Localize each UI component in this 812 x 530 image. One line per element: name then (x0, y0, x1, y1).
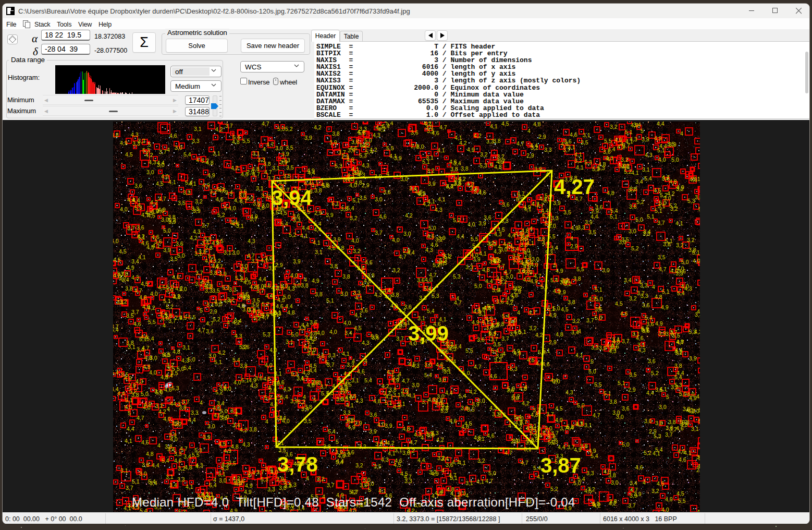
svg-text:3,2: 3,2 (676, 242, 684, 248)
svg-text:3,2: 3,2 (317, 476, 325, 482)
svg-text:4: 4 (652, 284, 655, 290)
svg-text:2,9: 2,9 (362, 182, 370, 188)
svg-text:3,0: 3,0 (309, 346, 316, 353)
svg-text:3,1: 3,1 (195, 281, 203, 287)
svg-text:4,4: 4,4 (127, 197, 135, 203)
svg-text:3,3: 3,3 (328, 352, 336, 358)
svg-text:5,5: 5,5 (465, 347, 473, 354)
svg-text:4,8: 4,8 (231, 443, 239, 450)
svg-text:4,3: 4,3 (193, 228, 201, 235)
svg-text:4,2: 4,2 (514, 285, 522, 292)
svg-text:4,6: 4,6 (432, 130, 439, 136)
svg-text:3,3: 3,3 (586, 470, 594, 476)
svg-text:4,1: 4,1 (659, 386, 667, 392)
svg-text:3,6: 3,6 (137, 224, 144, 231)
svg-text:4,4: 4,4 (530, 142, 538, 149)
svg-text:3,0: 3,0 (477, 397, 485, 404)
svg-text:4,2: 4,2 (535, 332, 543, 338)
svg-text:3,1: 3,1 (218, 471, 226, 477)
svg-text:3,1: 3,1 (213, 150, 220, 156)
svg-text:4,8: 4,8 (607, 190, 614, 196)
svg-text:3,7: 3,7 (320, 383, 328, 390)
svg-text:4,9: 4,9 (144, 401, 152, 407)
svg-text:5,3: 5,3 (453, 273, 461, 280)
svg-text:3,2: 3,2 (477, 457, 485, 464)
svg-text:3,6: 3,6 (255, 375, 263, 381)
svg-text:3,1: 3,1 (632, 331, 640, 337)
svg-text:4: 4 (638, 279, 642, 285)
svg-text:4,6: 4,6 (142, 304, 150, 310)
svg-text:3,2: 3,2 (621, 156, 629, 163)
svg-text:3,6: 3,6 (611, 343, 619, 350)
svg-text:4,7: 4,7 (505, 450, 512, 456)
svg-text:5,5: 5,5 (576, 266, 584, 272)
svg-text:3,8: 3,8 (351, 139, 359, 145)
svg-text:5,5: 5,5 (242, 138, 250, 144)
svg-text:4,3: 4,3 (131, 131, 139, 138)
svg-text:4,1: 4,1 (152, 243, 160, 249)
svg-text:5,5: 5,5 (678, 498, 686, 504)
svg-text:3,3: 3,3 (577, 224, 585, 231)
svg-text:4: 4 (157, 442, 161, 449)
svg-text:3,1: 3,1 (315, 249, 323, 255)
svg-text:4,4: 4,4 (522, 232, 530, 238)
svg-text:4,5: 4,5 (263, 376, 271, 382)
svg-text:4,9: 4,9 (523, 204, 531, 210)
svg-text:3,3: 3,3 (465, 264, 473, 270)
svg-text:3,6: 3,6 (595, 204, 603, 210)
svg-text:3,2: 3,2 (687, 237, 695, 243)
svg-text:3,87: 3,87 (540, 454, 581, 477)
svg-text:4,7: 4,7 (142, 345, 150, 351)
svg-text:4,1: 4,1 (574, 151, 582, 158)
svg-text:3,1: 3,1 (206, 302, 214, 308)
svg-text:2,9: 2,9 (549, 339, 557, 345)
svg-text:3,3: 3,3 (257, 156, 265, 163)
svg-text:2,9: 2,9 (276, 476, 284, 482)
svg-text:4,1: 4,1 (138, 254, 146, 260)
svg-text:3,4: 3,4 (624, 277, 632, 283)
svg-text:4,3: 4,3 (270, 401, 278, 407)
svg-text:5,0: 5,0 (671, 156, 679, 163)
svg-text:4,9: 4,9 (391, 377, 399, 383)
svg-text:5,0: 5,0 (322, 183, 330, 189)
svg-text:3,1: 3,1 (252, 150, 260, 156)
svg-text:3,7: 3,7 (586, 317, 594, 323)
svg-text:4,7: 4,7 (497, 263, 505, 269)
svg-text:4: 4 (304, 276, 307, 283)
svg-text:3,7: 3,7 (126, 485, 133, 491)
svg-text:3,2: 3,2 (529, 325, 537, 331)
svg-text:4,9: 4,9 (661, 304, 669, 310)
svg-text:4,4: 4,4 (383, 287, 391, 294)
svg-text:3,1: 3,1 (444, 368, 451, 375)
svg-text:3,8: 3,8 (210, 270, 217, 276)
svg-text:3,0: 3,0 (612, 409, 620, 416)
svg-text:3,7: 3,7 (501, 335, 509, 342)
svg-text:4,6: 4,6 (430, 242, 438, 248)
svg-text:3,2: 3,2 (572, 318, 580, 324)
svg-text:3,2: 3,2 (651, 488, 659, 494)
svg-text:3,3: 3,3 (492, 411, 500, 417)
svg-text:4,0: 4,0 (676, 184, 684, 190)
svg-text:4,8: 4,8 (669, 178, 677, 185)
svg-text:4: 4 (337, 376, 340, 382)
svg-text:3,8: 3,8 (240, 363, 248, 369)
svg-text:4,4: 4,4 (590, 213, 598, 220)
svg-text:3,8: 3,8 (668, 419, 676, 425)
svg-text:5,5: 5,5 (540, 284, 548, 290)
svg-text:5,1: 5,1 (698, 418, 700, 424)
svg-text:3,6: 3,6 (496, 298, 504, 305)
svg-text:3,6: 3,6 (360, 307, 368, 314)
svg-text:3,9: 3,9 (658, 330, 666, 336)
svg-text:3,7: 3,7 (159, 149, 167, 155)
svg-text:4,6: 4,6 (449, 418, 457, 424)
svg-text:4,2: 4,2 (218, 350, 226, 356)
svg-text:3,0: 3,0 (240, 263, 248, 269)
svg-text:5,4: 5,4 (183, 151, 191, 158)
svg-text:4,5: 4,5 (408, 361, 416, 367)
svg-text:3,6: 3,6 (411, 129, 419, 136)
svg-text:3,6: 3,6 (370, 412, 377, 418)
svg-text:3,7: 3,7 (127, 225, 135, 231)
svg-text:3,7: 3,7 (202, 222, 210, 228)
svg-text:4: 4 (498, 287, 501, 293)
svg-text:3,7: 3,7 (131, 309, 139, 315)
